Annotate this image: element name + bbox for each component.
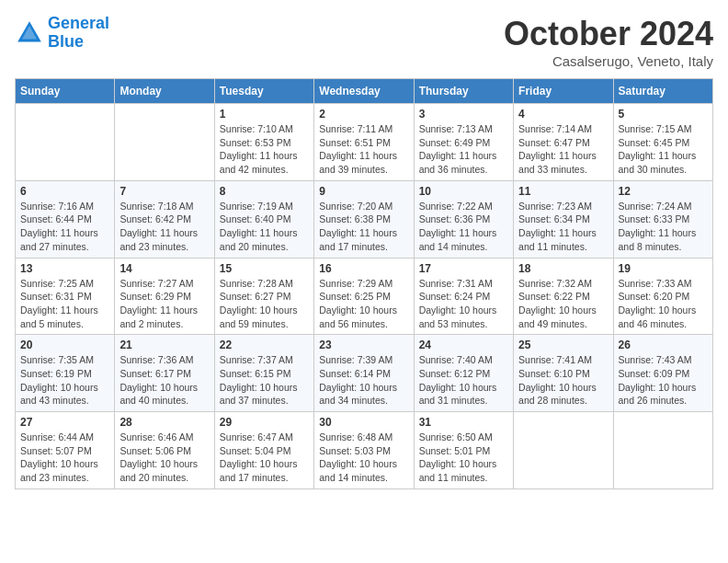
day-info: Sunrise: 7:25 AM Sunset: 6:31 PM Dayligh… (20, 277, 109, 331)
calendar-day-header: Friday (514, 79, 613, 104)
calendar-week-row: 6Sunrise: 7:16 AM Sunset: 6:44 PM Daylig… (16, 180, 713, 258)
calendar-day-header: Monday (115, 79, 214, 104)
day-info: Sunrise: 7:40 AM Sunset: 6:12 PM Dayligh… (419, 353, 508, 408)
day-number: 14 (119, 262, 209, 275)
calendar-cell: 30Sunrise: 6:48 AM Sunset: 5:03 PM Dayli… (314, 412, 414, 489)
calendar-cell: 19Sunrise: 7:33 AM Sunset: 6:20 PM Dayli… (613, 258, 712, 335)
day-number: 18 (518, 262, 608, 275)
day-info: Sunrise: 7:28 AM Sunset: 6:27 PM Dayligh… (220, 277, 309, 331)
calendar-week-row: 20Sunrise: 7:35 AM Sunset: 6:19 PM Dayli… (16, 335, 713, 412)
day-info: Sunrise: 7:10 AM Sunset: 6:53 PM Dayligh… (220, 122, 309, 177)
day-info: Sunrise: 7:16 AM Sunset: 6:44 PM Dayligh… (20, 200, 109, 254)
day-info: Sunrise: 7:23 AM Sunset: 6:34 PM Dayligh… (518, 200, 608, 254)
day-number: 25 (518, 339, 608, 351)
page-header: General Blue October 2024 Casalserugo, V… (15, 15, 713, 69)
month-title: October 2024 (504, 15, 713, 53)
logo: General Blue (15, 15, 109, 52)
calendar-cell: 15Sunrise: 7:28 AM Sunset: 6:27 PM Dayli… (214, 258, 313, 335)
calendar-cell: 6Sunrise: 7:16 AM Sunset: 6:44 PM Daylig… (16, 180, 115, 258)
day-info: Sunrise: 7:39 AM Sunset: 6:14 PM Dayligh… (319, 353, 408, 408)
calendar-header-row: SundayMondayTuesdayWednesdayThursdayFrid… (16, 79, 713, 104)
day-number: 27 (20, 416, 109, 429)
calendar-week-row: 13Sunrise: 7:25 AM Sunset: 6:31 PM Dayli… (16, 258, 713, 335)
day-number: 21 (119, 339, 209, 351)
day-info: Sunrise: 7:35 AM Sunset: 6:19 PM Dayligh… (20, 353, 109, 408)
calendar-cell: 5Sunrise: 7:15 AM Sunset: 6:45 PM Daylig… (613, 104, 712, 181)
day-info: Sunrise: 7:19 AM Sunset: 6:40 PM Dayligh… (220, 200, 309, 254)
day-info: Sunrise: 7:15 AM Sunset: 6:45 PM Dayligh… (619, 122, 708, 177)
day-number: 3 (419, 108, 508, 121)
calendar-cell (514, 412, 613, 489)
day-info: Sunrise: 7:20 AM Sunset: 6:38 PM Dayligh… (319, 200, 408, 254)
day-number: 12 (619, 185, 708, 198)
calendar-cell: 11Sunrise: 7:23 AM Sunset: 6:34 PM Dayli… (514, 180, 613, 258)
calendar-cell: 25Sunrise: 7:41 AM Sunset: 6:10 PM Dayli… (514, 335, 613, 412)
logo-line2: Blue (48, 32, 84, 51)
day-info: Sunrise: 7:24 AM Sunset: 6:33 PM Dayligh… (619, 200, 708, 254)
calendar-cell: 31Sunrise: 6:50 AM Sunset: 5:01 PM Dayli… (414, 412, 513, 489)
calendar-cell: 13Sunrise: 7:25 AM Sunset: 6:31 PM Dayli… (16, 258, 115, 335)
day-info: Sunrise: 6:50 AM Sunset: 5:01 PM Dayligh… (419, 431, 508, 485)
day-info: Sunrise: 6:47 AM Sunset: 5:04 PM Dayligh… (220, 431, 309, 485)
day-number: 28 (119, 416, 209, 429)
day-number: 16 (319, 262, 408, 275)
calendar-cell: 27Sunrise: 6:44 AM Sunset: 5:07 PM Dayli… (16, 412, 115, 489)
calendar-cell: 20Sunrise: 7:35 AM Sunset: 6:19 PM Dayli… (16, 335, 115, 412)
day-number: 15 (220, 262, 309, 275)
calendar-body: 1Sunrise: 7:10 AM Sunset: 6:53 PM Daylig… (16, 104, 713, 489)
calendar-day-header: Tuesday (214, 79, 313, 104)
day-info: Sunrise: 7:33 AM Sunset: 6:20 PM Dayligh… (619, 277, 708, 331)
title-block: October 2024 Casalserugo, Veneto, Italy (504, 15, 713, 69)
day-info: Sunrise: 7:18 AM Sunset: 6:42 PM Dayligh… (119, 200, 209, 254)
day-number: 17 (419, 262, 508, 275)
day-number: 31 (419, 416, 508, 429)
calendar-cell: 29Sunrise: 6:47 AM Sunset: 5:04 PM Dayli… (214, 412, 313, 489)
calendar-cell: 18Sunrise: 7:32 AM Sunset: 6:22 PM Dayli… (514, 258, 613, 335)
location: Casalserugo, Veneto, Italy (504, 53, 713, 69)
day-number: 13 (20, 262, 109, 275)
calendar-week-row: 1Sunrise: 7:10 AM Sunset: 6:53 PM Daylig… (16, 104, 713, 181)
day-info: Sunrise: 7:37 AM Sunset: 6:15 PM Dayligh… (220, 353, 309, 408)
calendar-cell: 7Sunrise: 7:18 AM Sunset: 6:42 PM Daylig… (115, 180, 214, 258)
calendar-cell (115, 104, 214, 181)
logo-icon (15, 18, 44, 48)
day-number: 8 (220, 185, 309, 198)
calendar-cell: 3Sunrise: 7:13 AM Sunset: 6:49 PM Daylig… (414, 104, 513, 181)
calendar-cell: 22Sunrise: 7:37 AM Sunset: 6:15 PM Dayli… (214, 335, 313, 412)
calendar-day-header: Saturday (613, 79, 712, 104)
day-info: Sunrise: 7:36 AM Sunset: 6:17 PM Dayligh… (119, 353, 209, 408)
day-number: 10 (419, 185, 508, 198)
day-number: 11 (518, 185, 608, 198)
day-info: Sunrise: 7:43 AM Sunset: 6:09 PM Dayligh… (619, 353, 708, 408)
day-info: Sunrise: 6:48 AM Sunset: 5:03 PM Dayligh… (319, 431, 408, 485)
day-info: Sunrise: 6:44 AM Sunset: 5:07 PM Dayligh… (20, 431, 109, 485)
day-number: 24 (419, 339, 508, 351)
calendar-cell: 24Sunrise: 7:40 AM Sunset: 6:12 PM Dayli… (414, 335, 513, 412)
day-number: 9 (319, 185, 408, 198)
calendar-week-row: 27Sunrise: 6:44 AM Sunset: 5:07 PM Dayli… (16, 412, 713, 489)
calendar-cell: 21Sunrise: 7:36 AM Sunset: 6:17 PM Dayli… (115, 335, 214, 412)
day-info: Sunrise: 7:13 AM Sunset: 6:49 PM Dayligh… (419, 122, 508, 177)
calendar-cell: 9Sunrise: 7:20 AM Sunset: 6:38 PM Daylig… (314, 180, 414, 258)
day-info: Sunrise: 7:41 AM Sunset: 6:10 PM Dayligh… (518, 353, 608, 408)
day-info: Sunrise: 7:11 AM Sunset: 6:51 PM Dayligh… (319, 122, 408, 177)
day-info: Sunrise: 7:27 AM Sunset: 6:29 PM Dayligh… (119, 277, 209, 331)
day-number: 5 (619, 108, 708, 121)
logo-text: General Blue (48, 15, 109, 52)
calendar-day-header: Thursday (414, 79, 513, 104)
calendar-cell (16, 104, 115, 181)
calendar-cell: 4Sunrise: 7:14 AM Sunset: 6:47 PM Daylig… (514, 104, 613, 181)
calendar-cell: 8Sunrise: 7:19 AM Sunset: 6:40 PM Daylig… (214, 180, 313, 258)
calendar-cell (613, 412, 712, 489)
day-number: 26 (619, 339, 708, 351)
day-number: 23 (319, 339, 408, 351)
day-number: 29 (220, 416, 309, 429)
day-number: 2 (319, 108, 408, 121)
calendar-cell: 14Sunrise: 7:27 AM Sunset: 6:29 PM Dayli… (115, 258, 214, 335)
day-info: Sunrise: 7:32 AM Sunset: 6:22 PM Dayligh… (518, 277, 608, 331)
calendar-cell: 12Sunrise: 7:24 AM Sunset: 6:33 PM Dayli… (613, 180, 712, 258)
calendar-cell: 26Sunrise: 7:43 AM Sunset: 6:09 PM Dayli… (613, 335, 712, 412)
logo-line1: General (48, 14, 109, 32)
day-info: Sunrise: 7:14 AM Sunset: 6:47 PM Dayligh… (518, 122, 608, 177)
calendar-table: SundayMondayTuesdayWednesdayThursdayFrid… (15, 78, 713, 489)
